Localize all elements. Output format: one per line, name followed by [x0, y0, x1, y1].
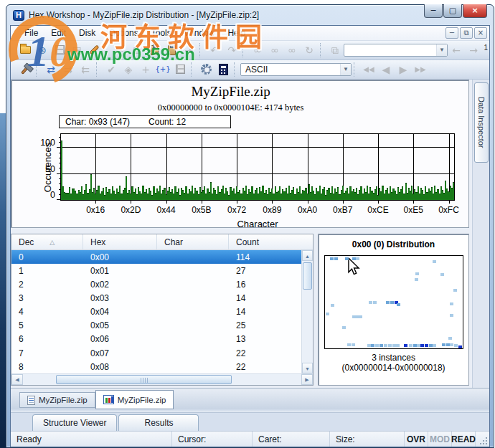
scroll-left-button[interactable]: ◀: [11, 374, 23, 385]
options-gear-button[interactable]: [198, 62, 214, 77]
goto-first-button[interactable]: ◀◀: [361, 62, 377, 77]
column-header-hex[interactable]: Hex: [83, 234, 157, 249]
title-bar[interactable]: H Hex Workshop - MyZipFile.zip Distribut…: [10, 5, 490, 25]
table-horizontal-scrollbar[interactable]: ◀ ▶: [11, 373, 313, 385]
search-combobox[interactable]: ▼: [344, 44, 448, 57]
table-row[interactable]: 40x0414: [11, 305, 301, 319]
cell-count: 14: [229, 293, 301, 303]
find-backward-button[interactable]: ∞: [267, 42, 283, 58]
standard-toolbar: 1 ⊛▤✂⧉⇥↶↷∞∞∞↻⧉▼←→: [11, 41, 489, 60]
paste-previous-button[interactable]: ←: [448, 42, 464, 58]
x-tick-label: 0x72: [227, 205, 246, 215]
table-row[interactable]: 10x0127: [11, 264, 301, 277]
menu-disk[interactable]: Disk: [72, 27, 102, 39]
compare-next-button[interactable]: ⇉: [60, 62, 76, 77]
color-map-button[interactable]: ◈: [121, 62, 136, 77]
add-structure-button[interactable]: {+}: [155, 62, 171, 77]
horizontal-scroll-thumb[interactable]: [56, 375, 232, 384]
vertical-scroll-thumb[interactable]: [303, 262, 312, 290]
menu-help[interactable]: Help: [221, 27, 252, 39]
goto-previous-button[interactable]: ◀: [378, 62, 394, 77]
column-header-char[interactable]: Char: [157, 234, 229, 249]
redo-button[interactable]: ↷: [224, 42, 240, 58]
table-row[interactable]: 20x0216: [11, 277, 301, 291]
distribution-mark: [450, 343, 453, 346]
cut-button[interactable]: ✂: [112, 42, 128, 58]
paste-button[interactable]: [146, 42, 162, 58]
open-remote-icon: ⊛: [38, 45, 47, 55]
table-row[interactable]: 80x0822: [11, 360, 301, 373]
tab-results[interactable]: Results: [118, 414, 199, 431]
find-forward-button[interactable]: ∞: [284, 42, 300, 58]
structures-hammer-button[interactable]: [17, 62, 33, 77]
print-button[interactable]: ▤: [69, 42, 85, 58]
document-tab[interactable]: MyZipFile.zip: [19, 392, 95, 408]
open-file-button[interactable]: [17, 42, 33, 58]
checksum-button[interactable]: ✔: [103, 62, 119, 77]
histogram-plot[interactable]: 0501000x160x2D0x440x5B0x720x890xA00xB70x…: [60, 133, 455, 201]
y-tick-label: 50: [45, 164, 55, 174]
menu-file[interactable]: File: [18, 27, 44, 39]
copy-reference-button[interactable]: ⧉: [327, 42, 343, 58]
calculator-button[interactable]: [215, 62, 231, 77]
menu-edit[interactable]: Edit: [44, 27, 72, 39]
structures-hammer-icon: [20, 65, 29, 75]
close-button[interactable]: ×: [463, 4, 487, 18]
distribution-mark: [369, 301, 372, 304]
goto-next-button[interactable]: ▶: [395, 62, 411, 77]
table-row[interactable]: 60x0613: [11, 333, 301, 346]
mdi-minimize-button[interactable]: −: [446, 27, 458, 39]
table-row[interactable]: 30x0314: [11, 292, 301, 305]
column-header-dec[interactable]: Dec△: [11, 234, 83, 249]
save-bookmarks-button[interactable]: [172, 62, 188, 77]
preferences-wrench-button[interactable]: [86, 42, 102, 58]
menu-window[interactable]: Window: [178, 27, 222, 39]
cell-dec: 5: [11, 320, 83, 330]
compare-files-button[interactable]: ⇄: [43, 62, 59, 77]
scroll-up-button[interactable]: ▲: [302, 250, 313, 261]
x-tick-label: 0x44: [157, 205, 176, 215]
x-axis-tick: [131, 200, 131, 204]
calculator-icon: [219, 64, 228, 75]
goto-last-button[interactable]: ▶▶: [412, 62, 428, 77]
paste-special-button[interactable]: [164, 42, 179, 58]
copy-icon: ⧉: [133, 45, 141, 55]
resize-grip[interactable]: [476, 432, 489, 447]
menu-tools[interactable]: Tools: [145, 27, 178, 39]
find-again-button[interactable]: ↻: [301, 42, 317, 58]
minimize-button[interactable]: −: [424, 4, 443, 18]
mdi-restore-button[interactable]: ⧉: [460, 27, 473, 39]
copy-button[interactable]: ⧉: [129, 42, 145, 58]
encoding-combobox[interactable]: ASCII▼: [240, 63, 352, 76]
mdi-close-button[interactable]: ×: [474, 27, 487, 39]
table-vertical-scrollbar[interactable]: ▲ ▼: [301, 250, 313, 373]
table-row[interactable]: 00x00114: [11, 250, 301, 264]
add-bookmark-button[interactable]: +: [138, 62, 154, 77]
distribution-mark: [384, 344, 387, 347]
mdi-child-buttons: − ⧉ ×: [444, 27, 487, 39]
table-row[interactable]: 50x0525: [11, 319, 301, 333]
x-axis-tick: [449, 200, 450, 204]
document-tab[interactable]: MyZipFile.zip: [95, 390, 174, 409]
scroll-right-button[interactable]: ▶: [301, 374, 313, 385]
find-button[interactable]: ∞: [250, 42, 265, 58]
compare-previous-button[interactable]: ⇇: [77, 62, 93, 77]
cell-dec: 8: [11, 362, 83, 372]
menu-options[interactable]: Options: [102, 27, 144, 39]
column-header-count[interactable]: Count: [229, 234, 313, 249]
paste-next-button[interactable]: →: [466, 42, 481, 58]
distribution-mark: [396, 344, 400, 347]
tab-structure-viewer[interactable]: Structure Viewer: [32, 414, 117, 431]
distribution-map[interactable]: [324, 255, 463, 349]
open-remote-button[interactable]: ⊛: [34, 42, 50, 58]
cut-icon: ✂: [116, 45, 124, 55]
maximize-button[interactable]: ▢: [443, 4, 462, 18]
byte-distribution-pane: 0x00 (0) Distribution 3 instances (0x000…: [318, 234, 469, 386]
toolbar-overflow-indicator: 1: [484, 44, 488, 52]
tab-data-inspector[interactable]: Data Inspector: [474, 82, 489, 163]
save-button[interactable]: [52, 42, 67, 58]
table-row[interactable]: 70x0722: [11, 346, 301, 360]
scroll-down-button[interactable]: ▼: [302, 363, 313, 373]
undo-button[interactable]: ↶: [207, 42, 222, 58]
export-button[interactable]: ⇥: [181, 42, 197, 58]
